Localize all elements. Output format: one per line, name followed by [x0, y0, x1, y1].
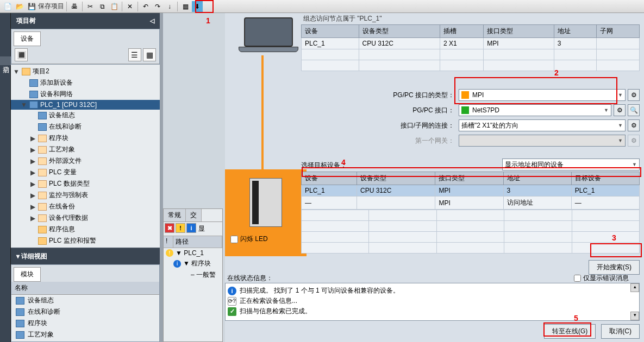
- save-icon[interactable]: 💾: [26, 1, 37, 12]
- plc-graphic: 闪烁 LED: [225, 169, 307, 256]
- scroll-up-icon[interactable]: ▴: [630, 283, 639, 292]
- device-view-icon[interactable]: 🔳: [15, 48, 28, 61]
- project-tree[interactable]: ▼项目2添加新设备设备和网络▼PLC_1 [CPU 312C]设备组态在线和诊断…: [11, 65, 160, 248]
- project-sidebar: 项目树 ◁ 设备 🔳 ☰ ▦ ▼项目2添加新设备设备和网络▼PLC_1 [CPU…: [11, 13, 160, 342]
- tree-item[interactable]: ▶工艺对象: [11, 144, 160, 155]
- left-strip: 启动: [0, 13, 11, 342]
- status-row: ⟳?正在检索设备信息...: [228, 296, 637, 306]
- tree-item[interactable]: ▼PLC_1 [CPU 312C]: [11, 100, 160, 110]
- main-toolbar: 📄 📂 💾 保存项目 🖶 ✂ ⧉ 📋 ✕ ↶ ↷ ↓ ▦ ⬇: [0, 0, 644, 13]
- detail-row[interactable]: 在线和诊断: [11, 306, 159, 318]
- msg-row[interactable]: – 一般警: [164, 269, 222, 281]
- tree-item[interactable]: 设备和网络: [11, 88, 160, 100]
- grid-icon[interactable]: ▦: [180, 1, 191, 12]
- msg-tab-cross[interactable]: 交: [186, 209, 202, 221]
- subnet-config-icon[interactable]: ⚙: [628, 119, 640, 131]
- sidebar-title: 项目树: [16, 16, 36, 26]
- redo-icon[interactable]: ↷: [152, 1, 163, 12]
- download-icon[interactable]: ⬇: [192, 1, 203, 12]
- module-tab[interactable]: 模块: [14, 267, 41, 282]
- select-target-combo[interactable]: 显示地址相同的设备: [502, 159, 640, 170]
- msg-col-icon: !: [164, 236, 173, 248]
- message-panel: 常规 交 ✖ ! i 显 ! 路径 !▼ PLC_1i▼ 程序块– 一般警: [163, 208, 223, 342]
- left-strip-tab[interactable]: 启动: [0, 56, 11, 65]
- tree-item[interactable]: ▶设备代理数据: [11, 212, 160, 224]
- warn-filter-icon[interactable]: !: [176, 223, 185, 233]
- tree-item[interactable]: ▶PLC 变量: [11, 167, 160, 178]
- paste-icon[interactable]: 📋: [109, 1, 120, 12]
- connection-dialog: 闪烁 LED 组态访问节点属于 "PLC_1" 设备设备类型插槽接口类型地址子网…: [225, 13, 644, 342]
- config-nodes-table: 设备设备类型插槽接口类型地址子网 PLC_1CPU 312C2 X1MPI3: [301, 24, 640, 71]
- list-view-icon[interactable]: ☰: [128, 48, 141, 61]
- new-icon[interactable]: 📄: [2, 1, 13, 12]
- sidebar-collapse-icon[interactable]: ◁: [150, 17, 154, 24]
- flash-led-checkbox[interactable]: 闪烁 LED: [228, 232, 303, 246]
- cancel-button[interactable]: 取消(C): [601, 324, 640, 339]
- scroll-down-icon[interactable]: ▾: [630, 312, 639, 320]
- main-area: 常规 交 ✖ ! i 显 ! 路径 !▼ PLC_1i▼ 程序块– 一般警 闪烁…: [160, 13, 644, 342]
- pgpc-if-combo[interactable]: NetS7PD: [459, 104, 611, 116]
- subnet-combo[interactable]: 插槽"2 X1"处的方向: [459, 119, 626, 131]
- tree-item[interactable]: ▶程序块: [11, 132, 160, 144]
- select-target-label: 选择目标设备：: [301, 161, 347, 170]
- pc-graphic: [236, 17, 301, 55]
- connection-line: [261, 55, 264, 169]
- down-icon[interactable]: ↓: [164, 1, 175, 12]
- tree-item[interactable]: ▼项目2: [11, 66, 160, 77]
- detail-row[interactable]: 设备组态: [11, 295, 159, 306]
- detail-view-icon[interactable]: ▦: [143, 48, 156, 61]
- detail-title: 详细视图: [21, 252, 47, 260]
- errors-only-checkbox[interactable]: 仅显示错误消息: [574, 274, 629, 283]
- tree-item[interactable]: 在线和诊断: [11, 121, 160, 132]
- msg-row[interactable]: !▼ PLC_1: [164, 248, 222, 258]
- info-filter-icon[interactable]: i: [186, 223, 196, 233]
- detail-row[interactable]: 工艺对象: [11, 329, 159, 340]
- device-row[interactable]: —MPI访问地址—: [302, 197, 640, 210]
- tree-item[interactable]: 添加新设备: [11, 77, 160, 88]
- pgpc-if-config-icon[interactable]: ⚙: [614, 104, 626, 116]
- msg-col-path: 路径: [173, 236, 222, 248]
- show-label: 显: [197, 223, 206, 235]
- config-nodes-title: 组态访问节点属于 "PLC_1": [301, 13, 640, 24]
- device-tab[interactable]: 设备: [14, 31, 41, 46]
- device-row[interactable]: PLC_1CPU 312CMPI3PLC_1: [302, 185, 640, 197]
- gateway-combo: [459, 135, 626, 147]
- msg-tab-general[interactable]: 常规: [164, 209, 186, 221]
- target-devices-table[interactable]: 设备设备类型接口类型地址目标设备 PLC_1CPU 312CMPI3PLC_1—…: [301, 172, 640, 210]
- copy-icon[interactable]: ⧉: [97, 1, 108, 12]
- tree-item[interactable]: 程序信息: [11, 224, 160, 235]
- status-messages: i扫描完成。 找到了 1 个与 1 可访问设备相兼容的设备。⟳?正在检索设备信息…: [225, 283, 640, 321]
- status-row: ✓扫描与信息检索已完成。: [228, 306, 637, 316]
- status-row: i扫描完成。 找到了 1 个与 1 可访问设备相兼容的设备。: [228, 286, 637, 296]
- subnet-label: 接口/子网的连接：: [388, 121, 459, 130]
- pgpc-type-label: PG/PC 接口的类型：: [388, 91, 459, 100]
- detail-row[interactable]: 程序块: [11, 318, 159, 329]
- tree-item[interactable]: ▶外部源文件: [11, 155, 160, 167]
- print-icon[interactable]: 🖶: [69, 1, 80, 12]
- delete-icon[interactable]: ✕: [124, 1, 135, 12]
- interface-form: PG/PC 接口的类型： MPI ⚙ PG/PC 接口： NetS7PD ⚙ 🔍…: [388, 89, 640, 150]
- pgpc-if-search-icon[interactable]: 🔍: [628, 104, 640, 116]
- go-online-button[interactable]: 转至在线(G): [544, 324, 596, 339]
- save-project-label: 保存项目: [38, 2, 64, 11]
- pgpc-type-config-icon[interactable]: ⚙: [628, 89, 640, 101]
- tree-item[interactable]: PLC 监控和报警: [11, 235, 160, 246]
- open-icon[interactable]: 📂: [14, 1, 25, 12]
- tree-item[interactable]: ▶PLC 数据类型: [11, 178, 160, 189]
- detail-header: 名称: [11, 282, 159, 295]
- start-search-button[interactable]: 开始搜索(S): [589, 260, 640, 275]
- msg-row[interactable]: i▼ 程序块: [164, 258, 222, 269]
- tree-item[interactable]: 设备组态: [11, 110, 160, 121]
- gateway-config-icon: ⚙: [628, 135, 640, 147]
- tree-item[interactable]: ▶监控与强制表: [11, 189, 160, 201]
- tree-item[interactable]: ▶在线备份: [11, 201, 160, 212]
- online-status-label: 在线状态信息：: [225, 273, 275, 283]
- pgpc-if-label: PG/PC 接口：: [388, 106, 459, 115]
- gateway-label: 第一个网关：: [388, 136, 459, 145]
- error-filter-icon[interactable]: ✖: [165, 223, 174, 233]
- pgpc-type-combo[interactable]: MPI: [459, 89, 626, 101]
- cut-icon[interactable]: ✂: [85, 1, 96, 12]
- undo-icon[interactable]: ↶: [140, 1, 151, 12]
